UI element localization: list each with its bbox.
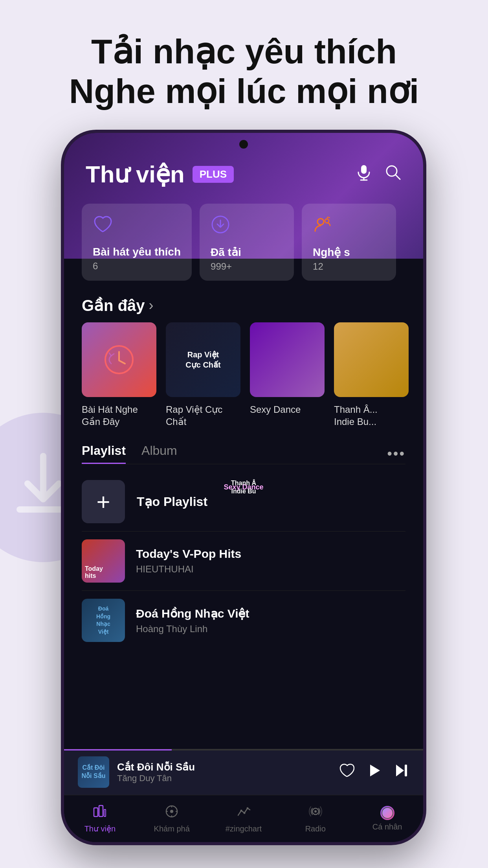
library-icon bbox=[93, 804, 107, 822]
phone-camera bbox=[239, 140, 248, 149]
nav-label-radio: Radio bbox=[305, 824, 326, 833]
recent-thumb-3: Thanh ÂIndie Bu bbox=[334, 322, 409, 397]
nav-item-library[interactable]: Thư viện bbox=[64, 795, 136, 842]
headline-line1: Tải nhạc yêu thích bbox=[24, 31, 464, 71]
header-icons bbox=[355, 164, 402, 185]
bottom-nav: Thư viện Khám phá bbox=[64, 795, 423, 842]
phone-shell: Thư viện PLUS bbox=[61, 130, 426, 845]
mini-player-title: Cắt Đôi Nỗi Sầu bbox=[117, 761, 331, 773]
playlist-thumb-0: Today hits bbox=[82, 539, 125, 583]
svg-rect-14 bbox=[104, 809, 106, 817]
plus-badge[interactable]: PLUS bbox=[193, 166, 234, 183]
favorites-count: 6 bbox=[93, 261, 181, 272]
radio-icon bbox=[308, 804, 323, 822]
search-icon[interactable] bbox=[384, 164, 402, 185]
svg-rect-0 bbox=[361, 165, 367, 174]
svg-rect-13 bbox=[99, 805, 103, 817]
svg-point-25 bbox=[314, 810, 317, 813]
svg-rect-12 bbox=[94, 808, 98, 817]
svg-point-21 bbox=[240, 809, 242, 811]
quick-card-artist[interactable]: Nghệ s 12 bbox=[302, 204, 396, 281]
explore-icon bbox=[165, 804, 179, 822]
mini-play-icon[interactable] bbox=[366, 763, 382, 782]
nav-item-radio[interactable]: Radio bbox=[279, 795, 351, 842]
svg-point-16 bbox=[170, 810, 173, 813]
mini-player-thumb: Cắt ĐôiNỗi Sầu bbox=[78, 756, 109, 788]
quick-cards-row: Bài hát yêu thích 6 Đã tải 999+ bbox=[64, 204, 423, 281]
quick-card-favorites[interactable]: Bài hát yêu thích 6 bbox=[82, 204, 192, 281]
nav-label-library: Thư viện bbox=[84, 824, 116, 833]
downloaded-title: Đã tải bbox=[211, 246, 283, 259]
headline: Tải nhạc yêu thích Nghe mọi lúc mọi nơi bbox=[0, 31, 488, 111]
mini-player-controls bbox=[339, 763, 409, 782]
title-row: Thư viện PLUS bbox=[86, 160, 234, 188]
headline-line2: Nghe mọi lúc mọi nơi bbox=[24, 71, 464, 111]
svg-point-7 bbox=[325, 219, 329, 223]
nav-item-profile[interactable]: Cá nhân bbox=[351, 795, 423, 842]
recent-items-list: Bài Hát NgheGần Đây Rap ViệtCực Chất Rap… bbox=[64, 322, 423, 428]
svg-point-23 bbox=[246, 807, 248, 809]
nav-label-profile: Cá nhân bbox=[372, 822, 402, 831]
nav-item-chart[interactable]: #zingchart bbox=[208, 795, 280, 842]
app-content: Thư viện PLUS bbox=[64, 133, 423, 842]
svg-marker-10 bbox=[396, 765, 404, 776]
svg-line-4 bbox=[396, 175, 400, 179]
svg-marker-9 bbox=[370, 765, 380, 776]
download-circle-icon bbox=[211, 215, 283, 239]
mini-progress-bar bbox=[64, 749, 423, 750]
profile-icon bbox=[380, 806, 394, 820]
svg-point-6 bbox=[317, 219, 324, 225]
mini-heart-icon[interactable] bbox=[339, 763, 354, 782]
artist-title: Nghệ s bbox=[313, 246, 385, 259]
tab-album[interactable]: Album bbox=[141, 443, 177, 464]
nav-item-explore[interactable]: Khám phá bbox=[136, 795, 208, 842]
heart-icon bbox=[93, 215, 181, 239]
recent-item-3[interactable]: Thanh ÂIndie Bu Thanh Â...Indie Bu... bbox=[334, 322, 409, 428]
app-title: Thư viện bbox=[86, 160, 185, 188]
downloaded-count: 999+ bbox=[211, 261, 283, 272]
mini-player-info: Cắt Đôi Nỗi Sầu Tăng Duy Tân bbox=[117, 761, 331, 783]
mini-player-artist: Tăng Duy Tân bbox=[117, 773, 331, 783]
mini-player[interactable]: Cắt ĐôiNỗi Sầu Cắt Đôi Nỗi Sầu Tăng Duy … bbox=[64, 749, 423, 795]
quick-card-downloaded[interactable]: Đã tải 999+ bbox=[200, 204, 294, 281]
artist-count: 12 bbox=[313, 261, 385, 272]
artist-icon bbox=[313, 215, 385, 239]
mini-next-icon[interactable] bbox=[394, 763, 409, 782]
nav-label-explore: Khám phá bbox=[154, 824, 190, 833]
svg-point-22 bbox=[243, 812, 245, 814]
chart-icon bbox=[237, 804, 251, 822]
mini-progress-fill bbox=[64, 749, 172, 750]
microphone-icon[interactable] bbox=[355, 164, 372, 185]
nav-label-chart: #zingchart bbox=[226, 824, 262, 833]
favorites-title: Bài hát yêu thích bbox=[93, 246, 181, 258]
tab-playlist[interactable]: Playlist bbox=[82, 443, 126, 464]
svg-rect-11 bbox=[405, 765, 407, 776]
